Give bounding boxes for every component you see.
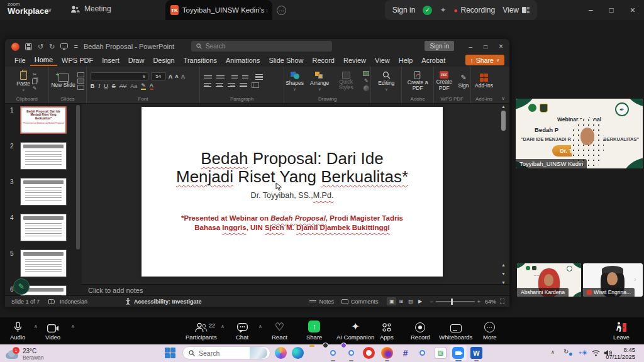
format-painter-icon[interactable]: ✎ [33,85,37,91]
word-icon[interactable]: W [470,347,482,359]
tab-shared-screen[interactable]: TK Toyyibah_UINSW Kediri's screen [165,0,272,20]
fit-slide-icon[interactable]: ⛶ [500,298,504,305]
create-pdf-button[interactable]: PDF Create PDF [435,71,453,91]
quick-styles-button[interactable]: Quick Styles [335,72,357,91]
align-right-icon[interactable] [228,83,235,87]
wifi-icon[interactable] [592,349,600,356]
ai-companion-button[interactable]: ✦ AI Companion [336,321,374,341]
menu-wps-pdf[interactable]: WPS PDF [57,55,97,65]
editor-scrollbar[interactable]: ▲ ▲ ▼ ▼ [501,104,506,293]
underline-icon[interactable]: U [104,83,108,89]
redo-icon[interactable]: ↻ [49,43,55,51]
save-icon[interactable] [25,43,32,50]
start-presentation-icon[interactable] [60,43,68,50]
firefox-icon[interactable] [381,347,393,359]
columns-icon[interactable] [252,82,259,88]
thumbnail-5[interactable]: 5 [5,250,67,277]
share-screen-button[interactable]: ↑ Share [306,321,322,341]
section-icon[interactable] [77,85,84,90]
react-button[interactable]: ♡ React [272,321,287,341]
char-spacing-icon[interactable]: AV [119,83,126,89]
notes-toggle-icon[interactable] [309,300,316,303]
notes-toggle[interactable]: Notes [319,299,334,305]
annotation-pencil-icon[interactable]: ✎ [13,278,30,295]
cut-icon[interactable]: ✂ [33,72,37,77]
weather-widget[interactable]: 1 23°C Berawan [5,348,44,361]
accessibility-status[interactable]: Accessibility: Investigate [134,299,202,305]
copy-icon[interactable] [32,79,37,84]
menu-insert[interactable]: Insert [97,55,124,65]
decrease-indent-icon[interactable] [231,75,238,79]
font-color-icon[interactable]: A [150,82,153,90]
paste-button[interactable]: Paste ∨ [16,71,30,92]
collapse-tiles-chevron-icon[interactable]: › [634,275,636,283]
start-button[interactable] [165,348,175,358]
thumbnail-4[interactable]: 4 [5,214,67,241]
video-button[interactable]: Video [45,321,60,341]
menu-design[interactable]: Design [148,55,179,65]
minimize-icon[interactable]: – [589,6,593,14]
zoom-slider[interactable] [436,301,475,302]
menu-view[interactable]: View [370,55,394,65]
workspace-chevron-icon[interactable]: ∨ [48,7,52,13]
edge-icon[interactable] [292,347,304,359]
slide-canvas[interactable]: Bedah Proposal: Dari Ide Menjadi Riset Y… [142,107,443,277]
ppt-share-button[interactable]: ↑ Share ∨ [465,55,504,65]
zoom-in-icon[interactable]: + [477,299,480,305]
participants-options-chevron[interactable]: ∧ [221,324,225,329]
notes-pane[interactable]: Click to add notes [82,284,509,295]
zoom-slider-knob[interactable] [451,299,453,305]
change-case-icon[interactable]: Aa [130,83,137,89]
slideshow-view-icon[interactable]: ▶ [415,297,425,305]
line-spacing-icon[interactable] [255,74,263,80]
close-icon[interactable]: × [630,5,635,15]
shape-outline-icon[interactable]: ✎ [364,78,369,84]
menu-transitions[interactable]: Transitions [179,55,221,65]
record-button[interactable]: Record [411,321,430,341]
leave-button[interactable]: Leave [613,321,630,341]
menu-record[interactable]: Record [308,55,339,65]
ppt-restore-icon[interactable]: □ [484,43,487,50]
reset-icon[interactable] [77,79,84,84]
justify-icon[interactable] [240,83,247,87]
ppt-search-input[interactable]: Search [191,41,332,52]
tab-meeting[interactable]: Meeting [70,4,111,13]
menu-acrobat[interactable]: Acrobat [417,55,450,65]
align-center-icon[interactable] [216,83,223,87]
ppt-sign-in-button[interactable]: Sign in [425,41,454,51]
chat-options-chevron[interactable]: ∧ [258,324,262,329]
bullets-icon[interactable] [204,75,212,79]
scrollbar-thumb[interactable] [501,111,506,131]
reading-view-icon[interactable]: ▤ [406,297,415,305]
ai-sparkle-icon[interactable]: ✦ [440,6,446,14]
scroll-up-icon[interactable]: ▲ [501,104,506,109]
encryption-shield-icon[interactable]: ✓ [423,6,432,15]
tray-expand-chevron-icon[interactable]: ∧ [551,349,555,355]
font-size-combobox[interactable]: 54 [151,72,166,80]
chat-button[interactable]: Chat [236,321,248,341]
menu-help[interactable]: Help [394,55,418,65]
comments-icon[interactable] [341,299,348,304]
undo-icon[interactable]: ↺ [38,43,43,51]
clock[interactable]: 8:45 07/11/2025 [606,346,635,361]
ppt-close-icon[interactable]: × [499,42,503,51]
shrink-font-icon[interactable]: A [175,74,178,79]
hash-app-icon[interactable]: # [399,347,411,359]
new-slide-button[interactable]: + New Slide [51,74,75,88]
opera-icon[interactable] [363,347,375,359]
zoom-out-icon[interactable]: − [430,299,433,305]
increase-indent-icon[interactable] [242,75,248,79]
more-button[interactable]: ⋯ More [483,321,497,341]
spellcheck-book-icon[interactable] [48,299,55,304]
align-left-icon[interactable] [204,83,211,87]
menu-file[interactable]: File [10,55,30,65]
sign-button[interactable]: ✎ Sign [458,74,469,89]
previous-slide-icon[interactable]: ▲ [501,263,506,267]
thumbnail-1[interactable]: 1 Bedah Proposal: Dari Ide Menjadi Riset… [5,106,67,134]
next-slide-icon[interactable]: ▼ [501,272,506,276]
maximize-icon[interactable]: □ [609,6,614,14]
collapse-ribbon-icon[interactable]: ∨ [497,67,509,103]
add-ins-button[interactable]: Add-ins [475,74,493,89]
menu-home[interactable]: Home [30,55,57,66]
zoom-level[interactable]: 64% [485,299,496,305]
